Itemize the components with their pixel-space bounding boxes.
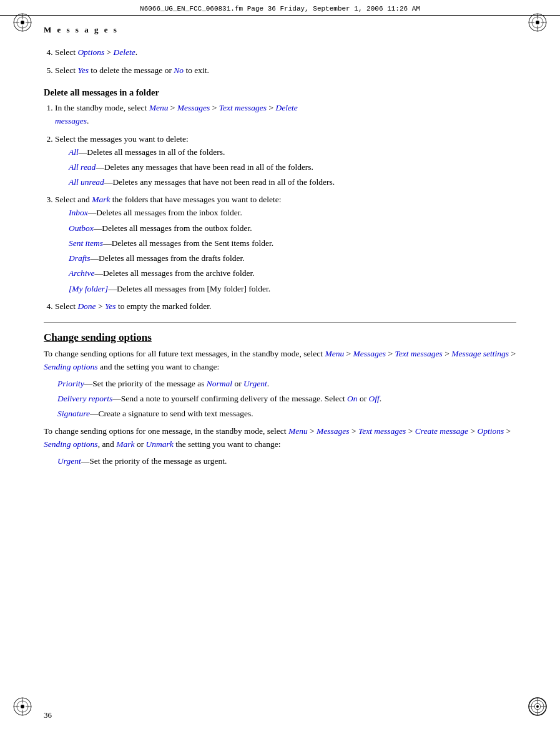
messages-link-3: Messages (317, 426, 350, 436)
delete-all-step-3: Select and Mark the folders that have me… (55, 193, 516, 295)
on-term: On (347, 394, 358, 403)
drafts-def: —Deletes all messages from the drafts fo… (91, 253, 245, 263)
all-unread-def: —Deletes any messages that have not been… (104, 177, 335, 187)
yes-link: Yes (77, 66, 89, 75)
def-all-read: All read—Deletes any messages that have … (69, 161, 516, 174)
delete-all-steps: In the standby mode, select Menu > Messa… (55, 102, 516, 313)
my-folder-def: —Deletes all messages from [My folder] f… (108, 284, 270, 293)
priority-term: Priority (57, 379, 84, 388)
outbox-def: —Deletes all messages from the outbox fo… (94, 223, 252, 233)
def-urgent: Urgent—Set the priority of the message a… (57, 455, 516, 467)
sending-options-link-2: Sending options (44, 439, 98, 449)
my-folder-term: [My folder] (69, 284, 108, 293)
all-def: —Deletes all messages in all of the fold… (79, 147, 225, 157)
text-messages-link-2: Text messages (395, 349, 442, 358)
delete-all-step-1: In the standby mode, select Menu > Messa… (55, 102, 516, 128)
off-term: Off (369, 394, 380, 403)
text-messages-link-3: Text messages (358, 426, 406, 436)
menu-link-1: Menu (149, 103, 169, 112)
done-link: Done (77, 301, 96, 311)
inbox-def: —Deletes all messages from the inbox fol… (88, 208, 242, 217)
menu-link-3: Menu (288, 426, 308, 436)
def-outbox: Outbox—Deletes all messages from the out… (69, 222, 516, 235)
def-priority: Priority—Set the priority of the message… (57, 378, 516, 390)
delete-all-step-4-text: Select Done > Yes to empty the marked fo… (55, 301, 211, 311)
page-number: 36 (44, 710, 52, 720)
corner-decoration-bl (11, 695, 34, 718)
urgent-def: —Set the priority of the message as urge… (81, 456, 227, 466)
step-5: Select Yes to delete the message or No t… (55, 64, 516, 77)
priority-def: —Set the priority of the message as (84, 379, 207, 388)
normal-term: Normal (207, 379, 232, 388)
sent-items-term: Sent items (69, 238, 103, 248)
delivery-reports-term: Delivery reports (57, 394, 112, 403)
svg-point-28 (536, 705, 539, 708)
messages-link-1: Messages (177, 103, 210, 112)
all-read-def: —Deletes any messages that have been rea… (96, 162, 313, 172)
priority-end: . (267, 379, 269, 388)
svg-point-9 (536, 21, 539, 24)
options-link: Options (77, 47, 104, 57)
delete-all-step-4: Select Done > Yes to empty the marked fo… (55, 300, 516, 313)
signature-term: Signature (57, 409, 90, 418)
drafts-term: Drafts (69, 253, 91, 263)
file-header: N6066_UG_EN_FCC_060831.fm Page 36 Friday… (0, 5, 560, 16)
def-drafts: Drafts—Deletes all messages from the dra… (69, 252, 516, 265)
delivery-or: or (358, 394, 369, 403)
create-message-link: Create message (415, 426, 468, 436)
change-sending-heading: Change sending options (44, 331, 516, 344)
chapter-title: M e s s a g e s (44, 25, 516, 35)
svg-point-2 (21, 21, 24, 24)
step-5-text: Select Yes to delete the message or No t… (55, 66, 209, 75)
def-my-folder: [My folder]—Deletes all messages from [M… (69, 283, 516, 295)
delete-all-step-1-text: In the standby mode, select Menu > Messa… (55, 103, 298, 125)
corner-decoration-tl (11, 11, 34, 34)
def-all: All—Deletes all messages in all of the f… (69, 146, 516, 159)
options-link-2: Options (477, 426, 504, 436)
delivery-end: . (380, 394, 381, 403)
main-content: M e s s a g e s Select Options > Delete.… (44, 20, 516, 692)
step-4-text: Select Options > Delete. (55, 47, 137, 57)
yes-link-2: Yes (105, 301, 116, 311)
all-read-term: All read (69, 162, 96, 172)
unmark-term: Unmark (146, 439, 174, 449)
menu-link-2: Menu (325, 349, 344, 358)
message-settings-link: Message settings (451, 349, 509, 358)
urgent-term-1: Urgent (243, 379, 267, 388)
def-sent-items: Sent items—Deletes all messages from the… (69, 237, 516, 250)
priority-or: or (232, 379, 243, 388)
no-link: No (174, 66, 184, 75)
inbox-term: Inbox (69, 208, 88, 217)
change-sending-intro: To change sending options for all future… (44, 348, 516, 374)
text-messages-link-1: Text messages (219, 103, 267, 112)
def-archive: Archive—Deletes all messages from the ar… (69, 267, 516, 280)
def-all-unread: All unread—Deletes any messages that hav… (69, 176, 516, 188)
delete-all-step-2: Select the messages you want to delete: … (55, 133, 516, 189)
delete-steps-continuation: Select Options > Delete. Select Yes to d… (55, 46, 516, 77)
all-unread-term: All unread (69, 177, 104, 187)
sending-options-link-1: Sending options (44, 362, 98, 371)
step-4: Select Options > Delete. (55, 46, 516, 59)
sent-items-def: —Deletes all messages from the Sent item… (103, 238, 273, 248)
delete-all-step-2-text: Select the messages you want to delete: (55, 134, 189, 144)
archive-def: —Deletes all messages from the archive f… (94, 268, 254, 278)
change-sending-para2: To change sending options for one messag… (44, 425, 516, 451)
mark-term-2: Mark (116, 439, 134, 449)
urgent-term-2: Urgent (57, 456, 81, 466)
mark-term-1: Mark (92, 195, 110, 204)
delete-all-step-3-text: Select and Mark the folders that have me… (55, 195, 282, 204)
messages-link-2: Messages (353, 349, 386, 358)
all-term: All (69, 147, 79, 157)
def-inbox: Inbox—Deletes all messages from the inbo… (69, 207, 516, 219)
section-separator (44, 322, 516, 323)
signature-def: —Create a signature to send with text me… (90, 409, 253, 418)
page: N6066_UG_EN_FCC_060831.fm Page 36 Friday… (0, 0, 560, 729)
def-signature: Signature—Create a signature to send wit… (57, 408, 516, 420)
def-delivery-reports: Delivery reports—Send a note to yourself… (57, 393, 516, 405)
corner-decoration-br (526, 695, 549, 718)
delivery-reports-def: —Send a note to yourself confirming deli… (112, 394, 347, 403)
delete-link: Delete (114, 47, 135, 57)
svg-point-16 (21, 705, 24, 708)
outbox-term: Outbox (69, 223, 94, 233)
corner-decoration-tr (526, 11, 549, 34)
